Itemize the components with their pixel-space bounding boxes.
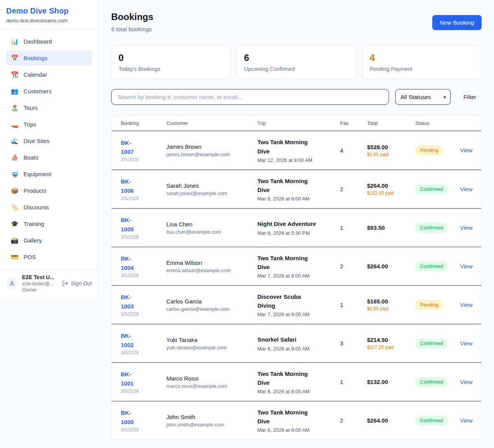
stat-card-pending-payment: 4 Pending Payment	[362, 45, 482, 79]
trip-datetime: Mar 8, 2026 at 8:00 AM	[257, 196, 340, 202]
sidebar-nav: 📊 Dashboard 📅 Bookings 📆 Calendar 👥 Cust…	[0, 29, 98, 269]
customer-name: John Smith	[166, 414, 257, 420]
booking-date: 3/5/2026	[121, 389, 166, 394]
customer-email: lisa.chen@example.com	[166, 229, 257, 235]
status-filter-select[interactable]: All Statuses	[395, 89, 451, 105]
status-badge: Confirmed	[415, 416, 448, 426]
trip-name: Snorkel Safari	[257, 335, 320, 344]
customer-name: Yuki Tanaka	[166, 337, 257, 343]
view-link[interactable]: View	[460, 417, 472, 424]
sidebar-item-dive-sites[interactable]: 🌊 Dive Sites	[6, 133, 92, 148]
filter-button[interactable]: Filter	[464, 94, 476, 100]
status-badge: Confirmed	[415, 184, 448, 194]
sidebar-item-gallery[interactable]: 📸 Gallery	[6, 233, 92, 248]
trip-name: Night Dive Adventure	[257, 219, 320, 228]
booking-link[interactable]: BK-1002	[121, 331, 143, 349]
paid-amount: $0.00 paid	[367, 306, 395, 312]
search-input[interactable]	[111, 89, 389, 105]
booking-date: 3/5/2026	[121, 273, 166, 278]
view-link[interactable]: View	[460, 147, 472, 153]
sidebar-item-products[interactable]: 📦 Products	[6, 183, 92, 198]
calendar-icon: 📆	[11, 71, 19, 78]
trip-datetime: Mar 12, 2026 at 8:00 AM	[257, 157, 340, 163]
booking-link[interactable]: BK-1001	[121, 370, 143, 388]
sidebar-user-footer: E2E Test U... e2e-tester@... Owner Sign …	[0, 269, 98, 298]
column-header-trip: Trip	[257, 120, 340, 126]
view-link[interactable]: View	[460, 224, 472, 231]
view-link[interactable]: View	[460, 263, 472, 269]
sidebar-item-pos[interactable]: 💳 POS	[6, 249, 92, 264]
trips-icon: 🚤	[11, 121, 19, 128]
sidebar-item-tours[interactable]: 🏝️ Tours	[6, 100, 92, 115]
pax-count: 4	[340, 147, 367, 154]
column-header-booking: Booking	[121, 120, 166, 126]
total-amount: $264.00	[367, 182, 415, 189]
sidebar-item-customers[interactable]: 👥 Customers	[6, 84, 92, 99]
sidebar-item-calendar[interactable]: 📆 Calendar	[6, 67, 92, 82]
sidebar-item-discounts[interactable]: 🏷️ Discounts	[6, 200, 92, 215]
status-badge: Pending	[415, 145, 443, 155]
total-amount: $264.00	[367, 417, 415, 424]
customer-name: James Brown	[166, 143, 257, 150]
customer-email: yuki.tanaka@example.com	[166, 345, 257, 350]
sidebar-item-boats[interactable]: ⛵ Boats	[6, 150, 92, 165]
dashboard-icon: 📊	[11, 38, 19, 45]
view-link[interactable]: View	[460, 340, 472, 347]
page-subtitle: 8 total bookings	[111, 26, 153, 32]
view-link[interactable]: View	[460, 186, 472, 192]
customer-email: sarah.jones@example.com	[166, 190, 257, 196]
trip-name: Discover Scuba Diving	[257, 292, 320, 310]
view-link[interactable]: View	[460, 301, 472, 308]
sidebar-item-trips[interactable]: 🚤 Trips	[6, 117, 92, 132]
booking-date: 3/5/2026	[121, 157, 166, 162]
booking-link[interactable]: BK-1004	[121, 254, 143, 272]
table-row: BK-1006 3/5/2026 Sarah Jones sarah.jones…	[112, 170, 481, 208]
sidebar-item-training[interactable]: 🎓 Training	[6, 216, 92, 231]
trip-name: Two Tank Morning Dive	[257, 254, 320, 272]
stat-label: Pending Payment	[370, 66, 474, 72]
pax-count: 2	[340, 417, 367, 424]
sidebar-item-bookings[interactable]: 📅 Bookings	[6, 51, 92, 66]
discounts-icon: 🏷️	[11, 204, 19, 211]
sign-out-button[interactable]: Sign Out	[62, 280, 92, 286]
trip-datetime: Mar 6, 2026 at 8:00 AM	[257, 427, 340, 433]
user-name: E2E Test U...	[22, 274, 54, 280]
pax-count: 1	[340, 379, 367, 385]
booking-date: 3/5/2026	[121, 350, 166, 355]
sidebar-item-equipment[interactable]: 🤿 Equipment	[6, 167, 92, 182]
status-badge: Confirmed	[415, 339, 448, 349]
booking-date: 3/5/2026	[121, 312, 166, 317]
booking-link[interactable]: BK-1006	[121, 177, 143, 195]
table-row: BK-1004 3/5/2026 Emma Wilson emma.wilson…	[112, 247, 481, 285]
total-amount: $132.00	[367, 379, 415, 385]
pax-count: 3	[340, 340, 367, 347]
logout-icon	[62, 280, 68, 286]
booking-link[interactable]: BK-1007	[121, 138, 143, 157]
booking-link[interactable]: BK-1003	[121, 293, 143, 311]
pax-count: 2	[340, 263, 367, 269]
customer-email: carlos.garcia@example.com	[166, 306, 257, 312]
status-badge: Confirmed	[415, 261, 448, 271]
booking-date: 3/5/2026	[121, 196, 166, 201]
column-header-status: Status	[415, 120, 460, 126]
paid-amount: $132.00 paid	[367, 190, 395, 196]
page-title: Bookings	[111, 12, 153, 22]
pax-count: 1	[340, 301, 367, 308]
pax-count: 1	[340, 224, 367, 231]
sidebar-item-dashboard[interactable]: 📊 Dashboard	[6, 34, 92, 49]
customer-email: john.smith@example.com	[166, 422, 257, 428]
stat-label: Upcoming Confirmed	[244, 66, 348, 72]
status-filter-wrap: All Statuses ▼	[395, 89, 451, 105]
trip-datetime: Mar 6, 2026 at 8:00 AM	[257, 389, 340, 394]
booking-link[interactable]: BK-1000	[121, 408, 143, 426]
status-badge: Confirmed	[415, 377, 448, 387]
customer-email: emma.wilson@example.com	[166, 268, 257, 273]
customers-icon: 👥	[11, 88, 19, 95]
view-link[interactable]: View	[460, 379, 472, 385]
new-booking-button[interactable]: New Booking	[432, 15, 482, 30]
gallery-icon: 📸	[11, 237, 19, 244]
booking-link[interactable]: BK-1005	[121, 216, 143, 234]
table-row: BK-1003 3/5/2026 Carlos Garcia carlos.ga…	[112, 285, 481, 324]
filter-row: All Statuses ▼ Filter	[111, 89, 482, 105]
person-icon	[9, 280, 15, 286]
